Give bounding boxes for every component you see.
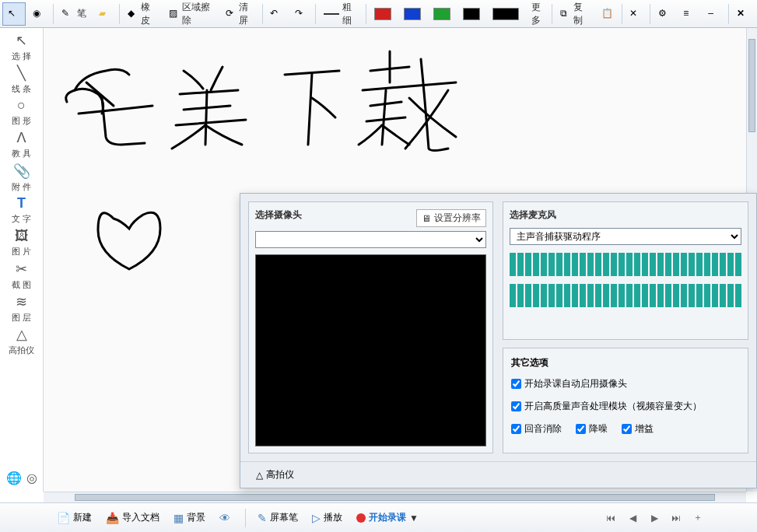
opt-auto-camera[interactable]: 开始录课自动启用摄像头 [511,377,627,390]
more-colors-label[interactable]: 更多 [528,1,550,27]
copy-button[interactable]: ⧉复制 [555,2,594,26]
camera-panel: 选择摄像头 🖥设置分辨率 [248,201,493,453]
highlighter-button[interactable]: ▰ [93,2,117,26]
redo-button[interactable]: ↷ [289,2,313,26]
thickness-label: 粗细 [342,1,358,27]
mic-title: 选择麦克风 [510,208,741,222]
cursor-icon: ↖ [16,32,27,49]
play-button[interactable]: ▷播放 [305,506,349,530]
camera-preview [255,254,486,446]
prev-page-button[interactable]: ◀ [623,509,642,527]
paperclip-icon: 📎 [13,163,30,180]
undo-button[interactable]: ↶ [265,2,288,26]
play-icon: ▷ [312,512,321,524]
line-icon: ╲ [17,65,26,82]
last-page-button[interactable]: ⏭ [667,509,685,527]
microphone-panel: 选择麦克风 主声音捕获驱动程序 [503,201,748,340]
color-blue[interactable] [398,2,426,26]
tool-layer[interactable]: ≋图 层 [2,292,42,324]
mic-select[interactable]: 主声音捕获驱动程序 [510,228,741,245]
left-tool-palette: ↖选 择 ╲线 条 ○图 形 Λ教 具 📎附 件 T文 字 🖼图 片 ✂截 图 … [0,28,44,492]
audio-level-left [510,253,741,276]
eraser-label: 橡皮 [141,1,156,27]
eye-button[interactable]: 👁 [212,506,240,530]
layers-icon: ≋ [16,293,27,310]
dropper-button[interactable]: ◉ [27,2,51,26]
tool-image[interactable]: 🖼图 片 [2,227,42,258]
monitor-icon: 🖥 [422,213,431,224]
arrow-tool-button[interactable]: ↖ [2,2,26,26]
eraser-button[interactable]: ◆橡皮 [122,2,162,26]
screenpen-button[interactable]: ✎屏幕笔 [251,506,305,530]
camera-select[interactable] [255,231,486,248]
close-tool-button[interactable]: ✕ [624,2,647,26]
tool-doccam[interactable]: △高拍仪 [2,325,42,356]
tool-teach[interactable]: Λ教 具 [2,129,42,160]
clear-button[interactable]: ⟳清屏 [220,2,260,26]
tool-shape[interactable]: ○图 形 [2,96,42,128]
close-app-button[interactable]: ✕ [731,2,755,26]
image-icon: 🖼 [15,228,29,244]
record-icon [356,513,366,523]
new-button[interactable]: 📄新建 [50,506,99,530]
pen-icon: ✎ [258,512,267,524]
area-erase-button[interactable]: ▨区域擦除 [163,2,219,26]
import-button[interactable]: 📥导入文档 [99,506,166,530]
color-red[interactable] [369,2,397,26]
minimize-button[interactable]: – [703,2,726,26]
record-button[interactable]: 开始录课▼ [349,506,426,530]
background-button[interactable]: ▦背景 [166,506,212,530]
pen-button[interactable]: ✎笔 [56,2,92,26]
globe-icon[interactable]: 🌐 [6,471,22,485]
first-page-button[interactable]: ⏮ [601,509,620,527]
tool-select[interactable]: ↖选 择 [2,31,42,62]
import-icon: 📥 [106,512,119,524]
opt-noise[interactable]: 降噪 [576,422,608,436]
tool-attach[interactable]: 📎附 件 [2,162,42,193]
pen-label: 笔 [77,7,86,20]
circle-icon: ○ [17,97,26,114]
paste-button[interactable]: 📋 [596,2,619,26]
tool-capture[interactable]: ✂截 图 [2,260,42,291]
bottom-toolbar: 📄新建 📥导入文档 ▦背景 👁 ✎屏幕笔 ▷播放 开始录课▼ ⏮ ◀ ▶ ⏭ ＋ [0,502,757,532]
lamp-icon: △ [16,326,27,343]
opt-echo[interactable]: 回音消除 [511,422,562,436]
horizontal-scrollbar[interactable] [44,492,746,502]
text-icon: T [17,195,26,212]
new-icon: 📄 [57,512,70,524]
area-erase-label: 区域擦除 [182,1,213,27]
clear-label: 清屏 [239,1,254,27]
doccam-tab-button[interactable]: △高拍仪 [250,465,300,485]
options-title: 其它选项 [511,356,740,369]
compass-icon: Λ [16,130,26,146]
background-icon: ▦ [173,512,184,524]
color-green[interactable] [428,2,456,26]
camera-title: 选择摄像头 [255,208,302,222]
opt-hq-audio[interactable]: 开启高质量声音处理模块（视频容量变大） [511,400,702,413]
next-page-button[interactable]: ▶ [645,509,664,527]
copy-label: 复制 [573,1,589,27]
thickness-button[interactable]: 粗细 [318,2,363,26]
menu-button[interactable]: ≡ [678,2,701,26]
dialog-footer: △高拍仪 [240,461,756,488]
add-page-button[interactable]: ＋ [689,509,707,527]
audio-level-right [510,284,741,307]
page-navigation: ⏮ ◀ ▶ ⏭ ＋ [601,509,707,527]
scissors-icon: ✂ [16,261,27,278]
lamp-icon: △ [256,470,263,481]
other-options-panel: 其它选项 开始录课自动启用摄像头 开启高质量声音处理模块（视频容量变大） 回音消… [503,348,748,453]
color-black1[interactable] [457,2,485,26]
color-black2[interactable] [487,2,524,26]
set-resolution-button[interactable]: 🖥设置分辨率 [416,209,486,227]
tool-line[interactable]: ╲线 条 [2,64,42,95]
target-icon[interactable]: ◎ [26,471,37,485]
settings-button[interactable]: ⚙ [653,2,676,26]
recording-settings-dialog: 选择摄像头 🖥设置分辨率 选择麦克风 主声音捕获驱动程序 其它选项 开始录课自动… [240,193,757,488]
main-toolbar: ↖ ◉ ✎笔 ▰ ◆橡皮 ▨区域擦除 ⟳清屏 ↶ ↷ 粗细 更多 ⧉复制 📋 ✕… [0,0,757,28]
eye-icon: 👁 [219,512,230,524]
tool-text[interactable]: T文 字 [2,194,42,226]
opt-gain[interactable]: 增益 [622,422,654,436]
